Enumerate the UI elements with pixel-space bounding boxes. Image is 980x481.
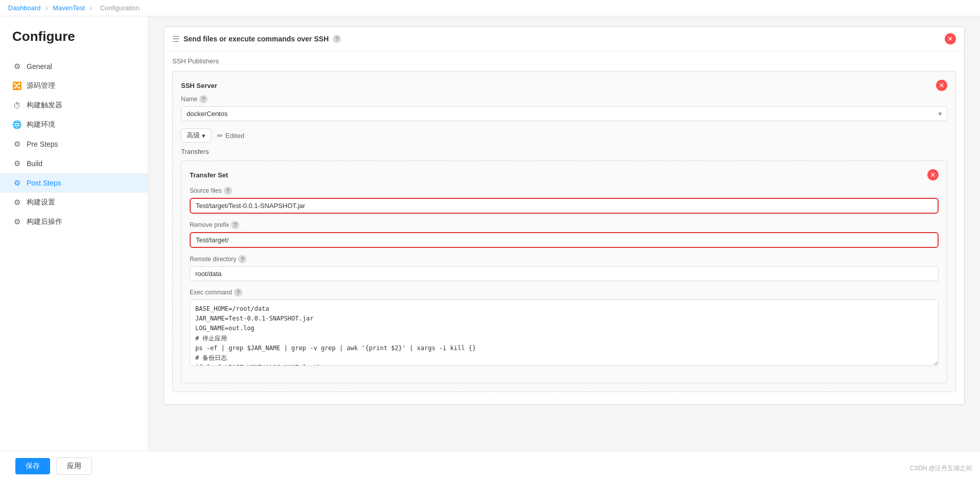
source-files-input-wrap — [190, 198, 939, 214]
sidebar-item-label: 构建触发器 — [27, 101, 62, 110]
source-files-help-icon[interactable]: ? — [224, 187, 232, 195]
transfer-set-card: Transfer Set ✕ Source files ? — [181, 161, 947, 383]
build-env-icon: 🌐 — [12, 120, 21, 129]
sidebar-item-general[interactable]: ⚙ General — [0, 57, 148, 76]
apply-button[interactable]: 应用 — [56, 457, 92, 475]
remove-prefix-input[interactable] — [190, 232, 939, 248]
remote-directory-input[interactable] — [190, 266, 939, 281]
remove-prefix-group: Remove prefix ? — [190, 221, 939, 248]
transfer-set-title: Transfer Set — [190, 171, 228, 179]
transfers-section: Transfers Transfer Set ✕ Source files — [181, 148, 947, 383]
breadcrumb-dashboard[interactable]: Dashboard — [8, 4, 41, 12]
exec-command-label: Exec command ? — [190, 288, 939, 296]
sidebar-item-build-triggers[interactable]: ⏱ 构建触发器 — [0, 96, 148, 115]
sidebar-item-build-settings[interactable]: ⚙ 构建设置 — [0, 193, 148, 212]
server-name-help-icon[interactable]: ? — [199, 95, 208, 103]
sidebar-item-label: General — [27, 62, 52, 71]
remove-prefix-help-icon[interactable]: ? — [231, 221, 239, 229]
sidebar-item-source-management[interactable]: 🔀 源码管理 — [0, 76, 148, 96]
ssh-card-help-icon[interactable]: ? — [333, 35, 341, 43]
save-button[interactable]: 保存 — [15, 458, 50, 474]
server-name-select-wrapper: dockerCentos ▼ — [181, 106, 947, 121]
post-steps-icon: ⚙ — [12, 178, 21, 188]
sidebar-item-label: 构建环境 — [27, 120, 55, 129]
server-name-select[interactable]: dockerCentos — [181, 106, 947, 121]
sidebar-item-build-env[interactable]: 🌐 构建环境 — [0, 115, 148, 134]
pre-steps-icon: ⚙ — [12, 140, 21, 149]
ssh-card: ☰ Send files or execute commands over SS… — [164, 27, 965, 405]
exec-command-group: Exec command ? BASE_HOME=/root/data JAR_… — [190, 288, 939, 368]
ssh-card-header: ☰ Send files or execute commands over SS… — [164, 27, 964, 51]
sidebar: Configure ⚙ General 🔀 源码管理 ⏱ 构建触发器 🌐 构建环… — [0, 16, 148, 451]
advanced-button[interactable]: 高级 ▾ — [181, 128, 211, 143]
transfer-set-close-button[interactable]: ✕ — [927, 169, 939, 180]
breadcrumb: Dashboard › MavenTest › Configuration — [0, 0, 980, 16]
remote-directory-group: Remote directory ? — [190, 255, 939, 281]
chevron-down-icon: ▾ — [202, 132, 206, 140]
sidebar-item-label: 构建后操作 — [27, 217, 62, 226]
remote-directory-help-icon[interactable]: ? — [238, 255, 246, 263]
build-triggers-icon: ⏱ — [12, 101, 21, 110]
server-card: SSH Server ✕ Name ? dockerCentos ▼ — [172, 71, 956, 392]
advanced-label: 高级 — [187, 131, 200, 140]
transfers-title: Transfers — [181, 148, 947, 155]
edited-label: ✏ Edited — [217, 132, 244, 140]
content-area: ☰ Send files or execute commands over SS… — [148, 16, 980, 451]
exec-command-textarea[interactable]: BASE_HOME=/root/data JAR_NAME=Test-0.0.1… — [190, 300, 939, 366]
remote-directory-label: Remote directory ? — [190, 255, 939, 263]
source-files-label: Source files ? — [190, 187, 939, 195]
source-management-icon: 🔀 — [12, 81, 21, 90]
ssh-card-close-button[interactable]: ✕ — [945, 33, 956, 44]
source-files-group: Source files ? — [190, 187, 939, 214]
server-card-title: SSH Server — [181, 82, 217, 89]
exec-command-help-icon[interactable]: ? — [234, 288, 242, 296]
sidebar-item-build[interactable]: ⚙ Build — [0, 154, 148, 173]
sidebar-item-label: Build — [27, 159, 42, 168]
drag-icon: ☰ — [172, 34, 179, 44]
breadcrumb-maventest[interactable]: MavenTest — [53, 4, 85, 12]
sidebar-item-label: Post Steps — [27, 179, 61, 187]
sidebar-item-post-steps[interactable]: ⚙ Post Steps — [0, 173, 148, 193]
build-settings-icon: ⚙ — [12, 198, 21, 207]
sidebar-item-label: 源码管理 — [27, 81, 55, 90]
sidebar-title: Configure — [0, 29, 148, 57]
source-files-input[interactable] — [190, 198, 939, 214]
sidebar-item-label: Pre Steps — [27, 140, 58, 148]
ssh-card-title: Send files or execute commands over SSH — [184, 35, 329, 43]
post-build-icon: ⚙ — [12, 217, 21, 226]
general-icon: ⚙ — [12, 62, 21, 71]
build-icon: ⚙ — [12, 159, 21, 168]
server-card-close-button[interactable]: ✕ — [936, 80, 947, 91]
sidebar-item-pre-steps[interactable]: ⚙ Pre Steps — [0, 134, 148, 154]
watermark: CSDN @泛丹五湖之间 — [909, 464, 972, 473]
breadcrumb-current: Configuration — [100, 4, 140, 12]
sidebar-item-label: 构建设置 — [27, 198, 55, 207]
remove-prefix-label: Remove prefix ? — [190, 221, 939, 229]
ssh-publishers-label: SSH Publishers — [172, 57, 956, 65]
pencil-icon: ✏ — [217, 132, 223, 140]
bottom-bar: 保存 应用 — [0, 451, 980, 481]
server-name-label: Name ? — [181, 95, 947, 103]
sidebar-item-post-build[interactable]: ⚙ 构建后操作 — [0, 212, 148, 232]
remove-prefix-input-wrap — [190, 232, 939, 248]
